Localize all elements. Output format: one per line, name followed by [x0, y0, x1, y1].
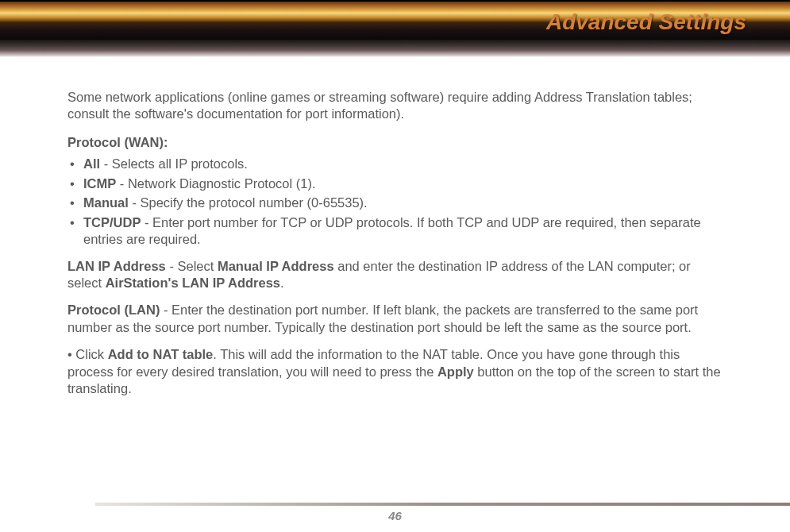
list-item: All - Selects all IP protocols. — [67, 156, 726, 172]
protocol-lan-paragraph: Protocol (LAN) - Enter the destination p… — [67, 302, 726, 336]
bold-text: LAN IP Address — [67, 259, 166, 273]
bold-text: Apply — [437, 364, 474, 379]
protocol-wan-label: Protocol (WAN): — [67, 134, 726, 151]
bold-text: Protocol (LAN) — [67, 303, 160, 317]
text: - Enter the destination port number. If … — [67, 303, 698, 333]
content-area: Some network applications (online games … — [0, 57, 790, 424]
list-item: ICMP - Network Diagnostic Protocol (1). — [67, 175, 726, 192]
bold-text: Add to NAT table — [108, 347, 214, 361]
protocol-wan-list: All - Selects all IP protocols. ICMP - N… — [67, 156, 726, 248]
lan-ip-paragraph: LAN IP Address - Select Manual IP Addres… — [67, 258, 726, 292]
text: • Click — [67, 347, 108, 361]
nat-paragraph: • Click Add to NAT table. This will add … — [67, 346, 726, 397]
footer: 46 — [0, 503, 790, 522]
bullet-bold: ICMP — [83, 176, 116, 191]
list-item: Manual - Specify the protocol number (0-… — [67, 195, 726, 211]
page-number: 46 — [0, 509, 790, 522]
bullet-bold: Manual — [83, 195, 129, 210]
list-item: TCP/UDP - Enter port number for TCP or U… — [67, 214, 726, 249]
bullet-bold: All — [83, 156, 100, 171]
intro-paragraph: Some network applications (online games … — [67, 89, 726, 123]
bullet-bold: TCP/UDP — [83, 215, 141, 229]
footer-divider — [95, 503, 790, 506]
header-band: Advanced Settings — [0, 0, 790, 40]
text: . — [280, 276, 284, 290]
bold-text: Manual IP Address — [218, 259, 334, 273]
bullet-text: - Specify the protocol number (0-65535). — [129, 195, 368, 210]
bold-text: AirStation's LAN IP Address — [106, 276, 280, 290]
bullet-text: - Enter port number for TCP or UDP proto… — [83, 215, 701, 246]
text: - Select — [166, 259, 218, 273]
bullet-text: - Selects all IP protocols. — [100, 156, 248, 171]
bullet-text: - Network Diagnostic Protocol (1). — [116, 176, 315, 191]
header-underline — [0, 40, 790, 57]
page-title: Advanced Settings — [546, 10, 746, 35]
